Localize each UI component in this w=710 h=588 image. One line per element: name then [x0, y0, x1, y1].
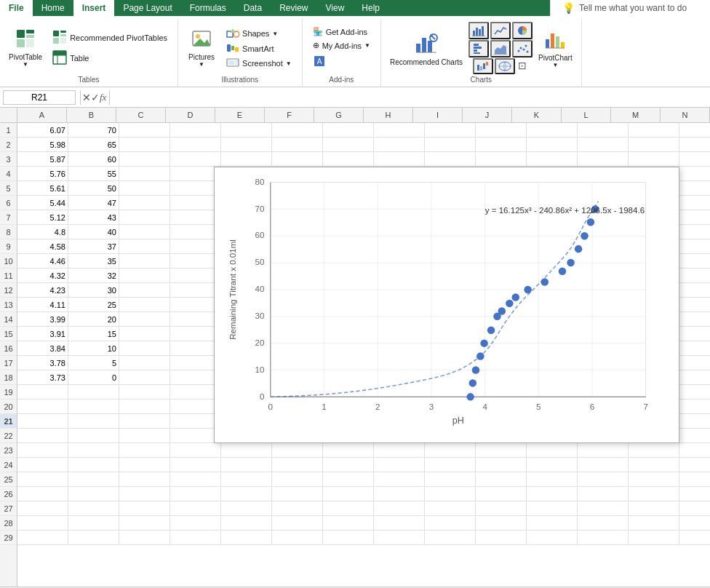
row-header-16[interactable]: 16: [0, 341, 17, 356]
tab-insert[interactable]: Insert: [73, 0, 115, 16]
cell-n14[interactable]: [679, 312, 710, 327]
cell-a15[interactable]: 3.91: [17, 327, 68, 341]
row-header-9[interactable]: 9: [0, 239, 17, 254]
shapes-button[interactable]: Shapes ▼: [222, 26, 296, 41]
cell-f25[interactable]: [272, 472, 323, 487]
cell-h25[interactable]: [374, 472, 425, 487]
cell-n4[interactable]: [679, 167, 710, 181]
cell-d28[interactable]: [170, 516, 221, 531]
cell-g26[interactable]: [323, 487, 374, 501]
cell-a23[interactable]: [17, 443, 68, 458]
cell-b5[interactable]: 50: [68, 181, 119, 196]
cell-k1[interactable]: [527, 123, 578, 138]
tab-page-layout[interactable]: Page Layout: [114, 0, 180, 16]
cell-c29[interactable]: [119, 531, 170, 545]
row-header-11[interactable]: 11: [0, 269, 17, 283]
row-header-25[interactable]: 25: [0, 472, 17, 487]
cell-k25[interactable]: [527, 472, 578, 487]
row-header-18[interactable]: 18: [0, 370, 17, 385]
cell-f24[interactable]: [272, 458, 323, 472]
cell-b24[interactable]: [68, 458, 119, 472]
row-header-2[interactable]: 2: [0, 138, 17, 152]
cell-i2[interactable]: [425, 138, 476, 152]
tab-home[interactable]: Home: [33, 0, 73, 16]
row-header-8[interactable]: 8: [0, 225, 17, 239]
cell-j28[interactable]: [476, 516, 527, 531]
cell-n23[interactable]: [679, 443, 710, 458]
cell-c20[interactable]: [119, 400, 170, 414]
cell-e23[interactable]: [221, 443, 272, 458]
cell-h26[interactable]: [374, 487, 425, 501]
cell-f2[interactable]: [272, 138, 323, 152]
cell-c15[interactable]: [119, 327, 170, 341]
cell-e25[interactable]: [221, 472, 272, 487]
cell-b3[interactable]: 60: [68, 152, 119, 167]
cell-a5[interactable]: 5.61: [17, 181, 68, 196]
cell-b21[interactable]: [68, 414, 119, 429]
cell-c21[interactable]: [119, 414, 170, 429]
cell-b14[interactable]: 20: [68, 312, 119, 327]
cell-j25[interactable]: [476, 472, 527, 487]
cell-n6[interactable]: [679, 196, 710, 210]
pivot-table-button[interactable]: PivotTable ▼: [6, 27, 45, 69]
cell-g28[interactable]: [323, 516, 374, 531]
cell-b15[interactable]: 15: [68, 327, 119, 341]
cell-a8[interactable]: 4.8: [17, 225, 68, 239]
cell-j1[interactable]: [476, 123, 527, 138]
cell-g24[interactable]: [323, 458, 374, 472]
cell-a7[interactable]: 5.12: [17, 210, 68, 225]
cell-c13[interactable]: [119, 298, 170, 312]
cell-n20[interactable]: [679, 400, 710, 414]
name-box[interactable]: [3, 90, 76, 105]
cell-m26[interactable]: [629, 487, 679, 501]
cell-c4[interactable]: [119, 167, 170, 181]
screenshot-button[interactable]: Screenshot ▼: [222, 57, 296, 70]
cell-a14[interactable]: 3.99: [17, 312, 68, 327]
cell-i27[interactable]: [425, 501, 476, 516]
cell-c7[interactable]: [119, 210, 170, 225]
pictures-button[interactable]: Pictures ▼: [184, 27, 219, 69]
cell-f1[interactable]: [272, 123, 323, 138]
cell-m23[interactable]: [629, 443, 679, 458]
cell-b12[interactable]: 30: [68, 283, 119, 298]
cell-a1[interactable]: 6.07: [17, 123, 68, 138]
cell-k24[interactable]: [527, 458, 578, 472]
cell-a21[interactable]: [17, 414, 68, 429]
cell-l2[interactable]: [578, 138, 629, 152]
row-header-26[interactable]: 26: [0, 487, 17, 501]
tab-formulas[interactable]: Formulas: [181, 0, 235, 16]
cell-n13[interactable]: [679, 298, 710, 312]
cell-h27[interactable]: [374, 501, 425, 516]
cell-n27[interactable]: [679, 501, 710, 516]
cell-k27[interactable]: [527, 501, 578, 516]
cell-m24[interactable]: [629, 458, 679, 472]
cell-n7[interactable]: [679, 210, 710, 225]
cell-b11[interactable]: 32: [68, 269, 119, 283]
col-header-j[interactable]: J: [463, 108, 512, 122]
cell-f3[interactable]: [272, 152, 323, 167]
cell-i26[interactable]: [425, 487, 476, 501]
cell-d26[interactable]: [170, 487, 221, 501]
formula-input[interactable]: [113, 91, 710, 104]
cell-g2[interactable]: [323, 138, 374, 152]
row-header-27[interactable]: 27: [0, 501, 17, 516]
cell-b10[interactable]: 35: [68, 254, 119, 269]
cell-l28[interactable]: [578, 516, 629, 531]
row-header-19[interactable]: 19: [0, 385, 17, 400]
cell-d29[interactable]: [170, 531, 221, 545]
cell-g23[interactable]: [323, 443, 374, 458]
cell-a16[interactable]: 3.84: [17, 341, 68, 356]
cell-b7[interactable]: 43: [68, 210, 119, 225]
chart-container[interactable]: 0 10 20 30 40 50 60 70 80 0 1 2 3 4 5: [214, 167, 679, 443]
tab-help[interactable]: Help: [353, 0, 388, 16]
cell-c8[interactable]: [119, 225, 170, 239]
cell-i24[interactable]: [425, 458, 476, 472]
cell-c24[interactable]: [119, 458, 170, 472]
row-header-29[interactable]: 29: [0, 531, 17, 545]
cell-n15[interactable]: [679, 327, 710, 341]
scatter-chart-button[interactable]: [512, 40, 532, 57]
cell-a26[interactable]: [17, 487, 68, 501]
cell-h2[interactable]: [374, 138, 425, 152]
cell-n24[interactable]: [679, 458, 710, 472]
cell-c1[interactable]: [119, 123, 170, 138]
